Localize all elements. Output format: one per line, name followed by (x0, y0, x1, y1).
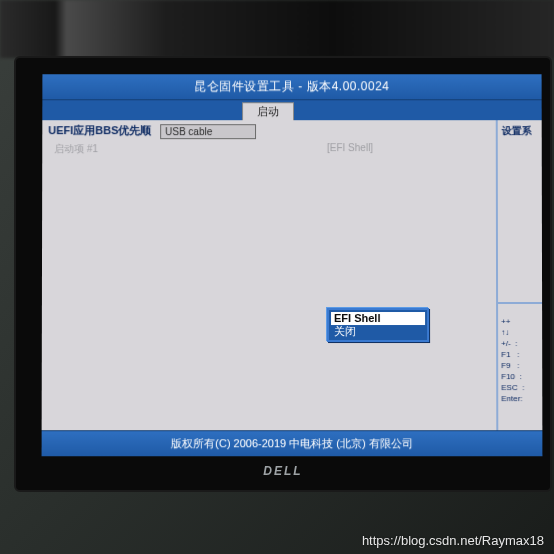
bios-screen: 昆仑固件设置工具 - 版本4.00.0024 启动 UEFI应用BBS优先顺 U… (42, 74, 543, 456)
device-field[interactable]: USB cable (160, 124, 256, 139)
uefi-heading: UEFI应用BBS优先顺 (48, 123, 151, 138)
device-field-value: USB cable (165, 126, 212, 137)
help-panel: 设置系 ++ ↑↓ +/- : F1 : F9 : F10 : ESC : En… (498, 120, 543, 430)
title-bar: 昆仑固件设置工具 - 版本4.00.0024 (42, 74, 541, 100)
main-panel: UEFI应用BBS优先顺 USB cable 启动项 #1 [EFI Shell… (42, 120, 499, 430)
help-divider (498, 302, 542, 304)
footer-bar: 版权所有(C) 2006-2019 中电科技 (北京) 有限公司 (42, 430, 543, 456)
tab-row: 启动 (42, 100, 541, 120)
tab-label: 启动 (257, 104, 279, 119)
dropdown-option-disable[interactable]: 关闭 (331, 325, 425, 338)
help-title: 设置系 (502, 124, 532, 138)
watermark-url: https://blog.csdn.net/Raymax18 (362, 533, 544, 548)
content-area: UEFI应用BBS优先顺 USB cable 启动项 #1 [EFI Shell… (42, 120, 543, 430)
boot-option-value: [EFI Shell] (327, 142, 373, 153)
tab-boot[interactable]: 启动 (242, 102, 294, 120)
dropdown-option-efi-shell[interactable]: EFI Shell (331, 312, 425, 325)
monitor-brand-logo: DELL (263, 464, 302, 478)
copyright-text: 版权所有(C) 2006-2019 中电科技 (北京) 有限公司 (171, 436, 413, 451)
title-text: 昆仑固件设置工具 - 版本4.00.0024 (195, 78, 390, 95)
help-keys: ++ ↑↓ +/- : F1 : F9 : F10 : ESC : Enter: (501, 316, 524, 404)
boot-option-dropdown[interactable]: EFI Shell 关闭 (327, 308, 429, 342)
background-rack (0, 0, 554, 58)
boot-option-label[interactable]: 启动项 #1 (54, 142, 98, 156)
monitor-bezel: 昆仑固件设置工具 - 版本4.00.0024 启动 UEFI应用BBS优先顺 U… (14, 56, 552, 492)
